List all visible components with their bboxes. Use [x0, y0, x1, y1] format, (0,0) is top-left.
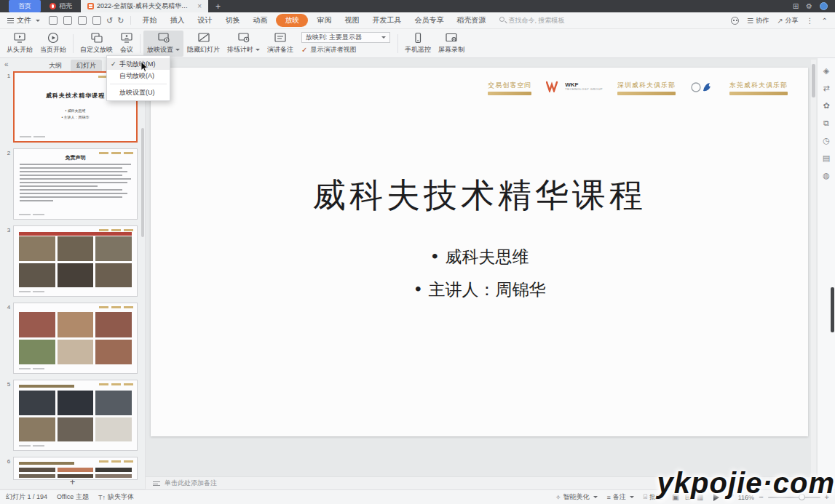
- search-input[interactable]: [498, 15, 618, 26]
- collaborate-button[interactable]: ☰协作: [747, 16, 769, 25]
- meeting-button[interactable]: 会议: [116, 31, 137, 57]
- show-on-display-select[interactable]: 放映到: 主要显示器: [301, 32, 390, 43]
- menu-transition[interactable]: 切换: [218, 14, 246, 27]
- resources-globe-icon[interactable]: ◍: [823, 172, 830, 180]
- speaker-notes-icon: [274, 32, 287, 44]
- history-clock-icon[interactable]: ◷: [823, 137, 830, 145]
- close-tab-icon[interactable]: ×: [197, 2, 202, 10]
- apps-grid-icon[interactable]: ⊞: [793, 2, 799, 10]
- panel-scrollbar-thumb[interactable]: [141, 128, 144, 237]
- missing-font-warning[interactable]: T↑缺失字体: [98, 492, 134, 502]
- presenter-view-checkbox[interactable]: ✓ 显示演讲者视图: [301, 45, 390, 55]
- command-search[interactable]: [498, 15, 618, 26]
- slide-thumbnail-2[interactable]: 免责声明: [13, 148, 138, 220]
- theme-name[interactable]: Office 主题: [57, 492, 89, 502]
- magic-wand-icon: ✧: [555, 494, 561, 501]
- user-avatar[interactable]: [820, 2, 828, 10]
- canvas-scrollbar-thumb[interactable]: [812, 64, 815, 97]
- outline-tab[interactable]: 大纲: [43, 60, 68, 72]
- screen-record-button[interactable]: 屏幕录制: [435, 31, 468, 57]
- save-icon[interactable]: [49, 16, 58, 25]
- rehearse-clock-icon: [237, 32, 250, 44]
- slide-canvas[interactable]: 交易创客空间 WKFTECHNOLOGY GROUP 深圳威科夫俱乐部 东莞威科…: [151, 68, 808, 436]
- smart-beautify-button[interactable]: ✧智能美化: [555, 492, 598, 502]
- menu-items: 开始 插入 设计 切换 动画 放映 审阅 视图 开发工具 会员专享 稻壳资源: [135, 14, 492, 27]
- hamburger-icon: [7, 18, 14, 23]
- thumbnail-photo-grid: [19, 391, 132, 441]
- share-button[interactable]: ↗分享: [777, 16, 798, 25]
- menu-docer-resources[interactable]: 稻壳资源: [450, 14, 492, 27]
- adjust-sliders-icon[interactable]: ⇄: [823, 84, 829, 92]
- slide-thumbnail-5[interactable]: [13, 380, 138, 451]
- collapse-ribbon-icon[interactable]: ⌃: [822, 17, 828, 25]
- thumbnail-photo-grid: [19, 236, 132, 287]
- menu-animation[interactable]: 动画: [246, 14, 274, 27]
- settings-icon[interactable]: ⚙: [806, 2, 812, 10]
- hide-slide-button[interactable]: 隐藏幻灯片: [183, 31, 223, 57]
- undo-icon[interactable]: ↺: [106, 16, 113, 25]
- menu-devtools[interactable]: 开发工具: [365, 14, 408, 27]
- canvas-scrollbar[interactable]: [811, 60, 816, 475]
- right-task-sidebar: ◈ ⇄ ✿ ⧉ ◷ ▤ ◍: [817, 58, 835, 489]
- new-tab-button[interactable]: +: [215, 1, 221, 12]
- home-tab[interactable]: 首页: [9, 0, 41, 12]
- from-beginning-button[interactable]: 从头开始: [3, 31, 36, 57]
- add-slide-button[interactable]: +: [0, 476, 145, 487]
- show-settings-button[interactable]: 放映设置: [143, 31, 183, 57]
- beautify-flower-icon[interactable]: ✿: [823, 102, 829, 110]
- menu-view[interactable]: 视图: [338, 14, 365, 27]
- export-icon[interactable]: [63, 16, 72, 25]
- rehearse-timing-button[interactable]: 排练计时: [223, 31, 264, 57]
- menu-insert[interactable]: 插入: [163, 14, 191, 27]
- thumbnail-banner: [19, 232, 132, 236]
- chevron-down-icon: [175, 49, 180, 51]
- export-image-icon[interactable]: ▤: [823, 154, 830, 162]
- screen-record-icon: [445, 32, 458, 44]
- document-tab[interactable]: 2022-全新版-威科夫交易精华班课件 ×: [81, 0, 208, 12]
- layers-icon[interactable]: ⧉: [823, 119, 829, 127]
- custom-show-button[interactable]: 自定义放映: [76, 31, 116, 57]
- slide-thumbnail-3[interactable]: [13, 225, 138, 297]
- notes-toggle-button[interactable]: ≡备注: [607, 492, 634, 502]
- phone-remote-button[interactable]: 手机遥控: [401, 31, 435, 57]
- slides-tab[interactable]: 幻灯片: [71, 60, 102, 72]
- more-icon[interactable]: ⋮: [807, 17, 814, 25]
- print-preview-icon[interactable]: [92, 16, 101, 25]
- show-settings-menu-item[interactable]: 放映设置(U): [107, 87, 170, 98]
- chevron-down-icon: [256, 49, 260, 51]
- chevron-down-icon: [381, 36, 386, 39]
- menu-review[interactable]: 审阅: [310, 14, 338, 27]
- menu-member[interactable]: 会员专享: [408, 14, 450, 27]
- notes-icon: [153, 481, 160, 486]
- menu-start[interactable]: 开始: [135, 14, 163, 27]
- from-current-button[interactable]: 当页开始: [36, 31, 70, 57]
- divider: [110, 84, 167, 84]
- chevron-down-icon: [593, 496, 598, 498]
- properties-icon[interactable]: ◈: [823, 67, 829, 75]
- collapse-panel-icon[interactable]: «: [4, 60, 9, 68]
- assistant-icon[interactable]: [731, 17, 739, 25]
- phone-icon: [411, 32, 424, 44]
- window-scrollbar-thumb[interactable]: [831, 287, 834, 332]
- slide-thumbnail-4[interactable]: [13, 303, 138, 374]
- file-menu[interactable]: 文件: [0, 15, 46, 25]
- circle-play-icon: [47, 32, 60, 44]
- redo-icon[interactable]: ↻: [117, 16, 124, 25]
- menu-design[interactable]: 设计: [191, 14, 218, 27]
- slide-title[interactable]: 威科夫技术精华课程: [151, 173, 808, 218]
- slide-logos: 交易创客空间 WKFTECHNOLOGY GROUP 深圳威科夫俱乐部 东莞威科…: [488, 81, 788, 95]
- thumbnail-logos: [99, 383, 133, 385]
- chevron-down-icon: [36, 20, 40, 22]
- font-warning-icon: T↑: [98, 494, 106, 501]
- window-tab-bar: 首页 稻壳 2022-全新版-威科夫交易精华班课件 × + ⊞ ⚙: [0, 0, 835, 12]
- slide-thumbnail-row: 3: [4, 225, 138, 297]
- docer-tab[interactable]: 稻壳: [41, 0, 81, 12]
- slide-number: 5: [4, 380, 13, 451]
- print-icon[interactable]: [78, 16, 87, 25]
- slide-bullets[interactable]: • 威科夫思维 • 主讲人：周锦华: [151, 246, 808, 301]
- menu-slideshow[interactable]: 放映: [276, 14, 308, 27]
- auto-show-menu-item[interactable]: 自动放映(A): [107, 70, 170, 81]
- manual-show-menu-item[interactable]: ✓ 手动放映(M): [107, 58, 170, 70]
- chevron-down-icon: [630, 496, 634, 498]
- speaker-notes-button[interactable]: 演讲备注: [264, 31, 297, 57]
